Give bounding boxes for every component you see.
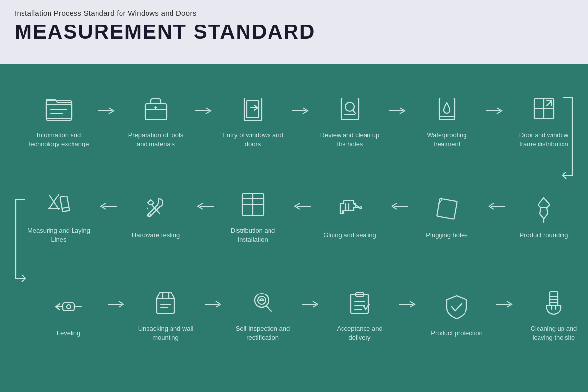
step-protection: Product protection <box>417 290 496 338</box>
header-subtitle: Installation Process Standard for Window… <box>15 9 573 17</box>
arrow-3-4 <box>292 106 311 116</box>
step-entry: Entry of windows and doors <box>214 92 292 148</box>
arrow-4-5 <box>389 106 408 116</box>
svg-point-56 <box>67 305 71 309</box>
step-distribution: Distribution and installation <box>214 187 292 244</box>
svg-line-42 <box>354 204 360 208</box>
svg-line-68 <box>267 306 271 311</box>
step-plugging-label: Plugging holes <box>426 231 467 240</box>
header: Installation Process Standard for Window… <box>0 0 588 64</box>
broom-icon <box>537 285 571 319</box>
step-inspection-label: Self-inspection and rectification <box>231 324 294 342</box>
inspect-icon <box>245 285 280 319</box>
step-rounding-label: Product rounding <box>519 231 568 240</box>
svg-rect-71 <box>351 294 368 313</box>
arrow-9-8 <box>195 201 214 211</box>
svg-rect-30 <box>60 196 70 212</box>
arrow-17-18 <box>496 299 514 309</box>
step-information: Information and technology exchange <box>20 92 98 148</box>
step-leveling-label: Leveling <box>57 329 80 338</box>
step-cleaning: Cleaning up and leaving the site <box>514 285 588 342</box>
waterproof-icon <box>430 92 464 126</box>
pushpin-icon <box>527 192 561 226</box>
svg-rect-11 <box>247 101 259 118</box>
step-gluing: Gluing and sealing <box>311 192 389 240</box>
cross-ruler-icon <box>42 187 76 221</box>
window-arrow-icon <box>527 92 561 126</box>
header-title: MEASUREMENT STANDARD <box>15 20 573 44</box>
arrow-14-15 <box>205 299 223 309</box>
svg-point-44 <box>360 207 362 209</box>
step-unpacking: Unpacking and wall mounting <box>126 285 205 342</box>
step-unpacking-label: Unpacking and wall mounting <box>134 324 197 342</box>
svg-rect-5 <box>145 104 167 120</box>
svg-rect-59 <box>157 298 174 313</box>
step-measuring-label: Measuring and Laying Lines <box>27 226 91 244</box>
step-gluing-label: Gluing and sealing <box>323 231 376 240</box>
process-row-1: Information and technology exchange <box>15 74 573 167</box>
wrench-icon <box>139 192 173 226</box>
process-row-3: Leveling <box>15 265 573 363</box>
magnify-icon <box>333 92 367 126</box>
step-review-label: Review and clean up the holes <box>318 131 382 148</box>
door-frame-icon <box>236 92 270 126</box>
step-acceptance: Acceptance and delivery <box>320 285 399 342</box>
step-review: Review and clean up the holes <box>311 92 389 148</box>
step-waterproof: Waterproofing treatment <box>408 92 486 148</box>
step-rounding: Product rounding <box>505 192 583 240</box>
step-leveling: Leveling <box>29 290 108 338</box>
unpack-icon <box>148 285 183 319</box>
step-measuring: Measuring and Laying Lines <box>20 187 98 244</box>
glue-gun-icon <box>333 192 367 226</box>
arrow-2-3 <box>195 106 214 116</box>
tools-bag-icon <box>139 92 173 126</box>
arrow-15-16 <box>302 299 320 309</box>
step-entry-label: Entry of windows and doors <box>221 131 285 148</box>
step-inspection: Self-inspection and rectification <box>223 285 302 342</box>
step-acceptance-label: Acceptance and delivery <box>328 324 392 342</box>
svg-line-26 <box>547 101 552 106</box>
step-hardware: Hardware testing <box>117 192 195 240</box>
step-distribution-label: Distribution and installation <box>221 226 285 244</box>
arrow-5-6 <box>486 106 505 116</box>
connector-r1-r2 <box>563 97 573 175</box>
arrow-13-14 <box>108 299 126 309</box>
svg-line-31 <box>62 207 68 208</box>
grid-box-icon <box>236 187 270 221</box>
step-hardware-label: Hardware testing <box>132 231 180 240</box>
level-icon <box>51 290 86 324</box>
svg-rect-15 <box>341 98 359 120</box>
shield-icon <box>440 290 474 324</box>
svg-point-33 <box>148 214 151 217</box>
arrow-12-11 <box>486 201 505 211</box>
step-cleaning-label: Cleaning up and leaving the site <box>522 324 586 342</box>
arrow-16-17 <box>399 299 417 309</box>
step-waterproof-label: Waterproofing treatment <box>415 131 479 148</box>
arrow-8-7 <box>98 201 117 211</box>
folder-icon <box>42 92 76 126</box>
step-plugging: Plugging holes <box>408 192 486 240</box>
svg-rect-55 <box>63 303 74 311</box>
diamond-frame-icon <box>430 192 464 226</box>
svg-line-17 <box>353 110 356 114</box>
main-content: Information and technology exchange <box>0 64 588 392</box>
arrow-10-9 <box>292 201 311 211</box>
arrow-11-10 <box>389 201 408 211</box>
svg-line-35 <box>147 208 148 209</box>
step-tools-label: Preparation of tools and materials <box>124 131 188 148</box>
arrow-1-2 <box>98 106 117 116</box>
step-tools: Preparation of tools and materials <box>117 92 195 148</box>
svg-rect-78 <box>550 292 558 305</box>
process-row-2: Measuring and Laying Lines <box>15 167 573 265</box>
step-information-label: Information and technology exchange <box>27 131 91 148</box>
step-protection-label: Product protection <box>431 329 483 338</box>
accept-icon <box>343 285 377 319</box>
